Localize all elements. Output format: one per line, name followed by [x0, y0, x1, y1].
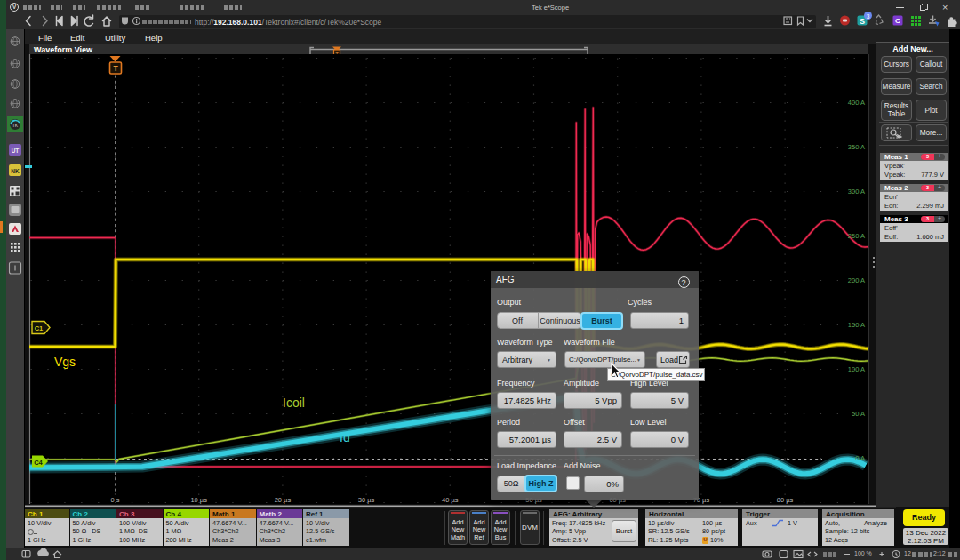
svg-text:300 A: 300 A [848, 188, 865, 196]
svg-text:T: T [113, 64, 118, 73]
svg-text:40 µs: 40 µs [442, 496, 459, 504]
svg-text:400 A: 400 A [848, 99, 865, 107]
svg-text:20 µs: 20 µs [275, 496, 292, 504]
svg-text:0 A: 0 A [855, 454, 865, 462]
svg-text:150 A: 150 A [848, 321, 865, 329]
svg-text:350 A: 350 A [848, 143, 865, 151]
svg-text:80 µs: 80 µs [777, 496, 794, 504]
svg-text:0 s: 0 s [110, 496, 119, 504]
svg-text:Vgs: Vgs [54, 355, 76, 369]
svg-text:C1: C1 [35, 324, 44, 332]
svg-text:10 µs: 10 µs [190, 496, 207, 504]
svg-text:Id: Id [340, 430, 350, 444]
svg-text:C4: C4 [34, 459, 43, 467]
svg-text:30 µs: 30 µs [358, 496, 375, 504]
svg-text:Icoil: Icoil [283, 396, 305, 410]
svg-text:250 A: 250 A [848, 232, 865, 240]
svg-text:100 A: 100 A [848, 365, 865, 373]
svg-text:200 A: 200 A [848, 276, 865, 284]
svg-text:50 A: 50 A [852, 410, 865, 418]
